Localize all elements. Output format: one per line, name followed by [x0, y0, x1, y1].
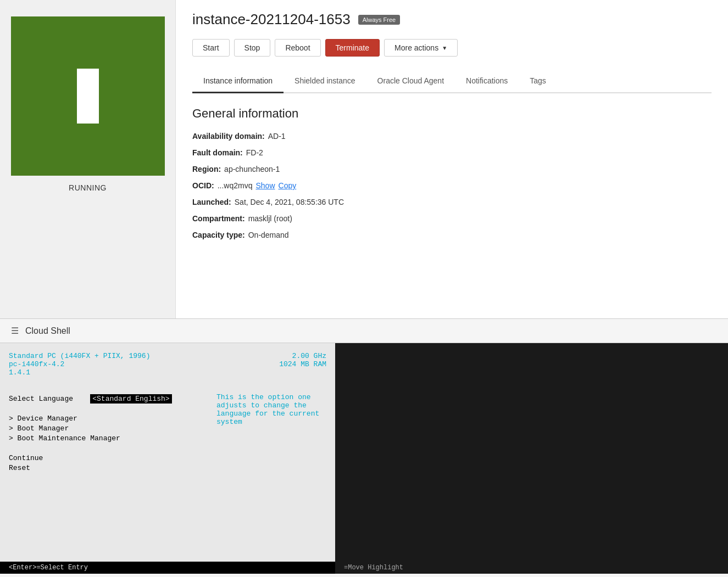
- terminal-left[interactable]: Standard PC (i440FX + PIIX, 1996) pc-i44…: [0, 343, 335, 574]
- availability-domain-label: Availability domain:: [192, 132, 265, 141]
- info-table: Availability domain: AD-1 Fault domain: …: [192, 132, 712, 239]
- terminal-footer-right: =Move Highlight: [344, 564, 403, 572]
- boot-maintenance-item: > Boot Maintenance Manager: [9, 434, 205, 442]
- chevron-down-icon: ▼: [442, 45, 447, 51]
- terminal-description: This is the option one adjusts to change…: [216, 393, 326, 474]
- tab-notifications[interactable]: Notifications: [455, 70, 519, 93]
- info-row-ocid: OCID: ...wq2mvq Show Copy: [192, 181, 712, 190]
- fault-domain-label: Fault domain:: [192, 148, 243, 157]
- more-actions-button[interactable]: More actions ▼: [384, 39, 458, 57]
- terminal-right: =Move Highlight: [335, 343, 728, 574]
- left-panel: RUNNING: [0, 0, 176, 318]
- hamburger-icon[interactable]: ☰: [11, 326, 19, 336]
- launched-label: Launched:: [192, 198, 231, 206]
- terminal-speed: 2.00 GHz: [279, 352, 326, 360]
- info-row-launched: Launched: Sat, Dec 4, 2021, 08:55:36 UTC: [192, 198, 712, 206]
- region-value: ap-chuncheon-1: [224, 165, 280, 173]
- terminal-top-left: Standard PC (i440FX + PIIX, 1996) pc-i44…: [9, 352, 150, 377]
- fault-domain-value: FD-2: [246, 148, 263, 157]
- ocid-show-link[interactable]: Show: [255, 181, 275, 190]
- tab-oracle-cloud-agent[interactable]: Oracle Cloud Agent: [366, 70, 455, 93]
- start-button[interactable]: Start: [192, 39, 230, 57]
- tab-tags[interactable]: Tags: [519, 70, 557, 93]
- compartment-label: Compartment:: [192, 214, 245, 223]
- availability-domain-value: AD-1: [268, 132, 286, 141]
- compartment-value: maskljl (root): [248, 214, 292, 223]
- terminal-menu: Select Language <Standard English> > Dev…: [9, 393, 205, 474]
- section-title: General information: [192, 107, 712, 121]
- more-actions-label: More actions: [394, 43, 438, 52]
- terminate-button[interactable]: Terminate: [325, 39, 380, 57]
- capacity-value: On-demand: [248, 231, 289, 239]
- select-language-label: Select Language: [9, 395, 73, 403]
- instance-icon: [11, 16, 165, 176]
- info-row-compartment: Compartment: maskljl (root): [192, 214, 712, 223]
- instance-icon-shape: [77, 69, 99, 124]
- boot-manager-item: > Boot Manager: [9, 424, 205, 433]
- info-row-region: Region: ap-chuncheon-1: [192, 165, 712, 173]
- stop-button[interactable]: Stop: [234, 39, 271, 57]
- launched-value: Sat, Dec 4, 2021, 08:55:36 UTC: [235, 198, 344, 206]
- ocid-value: ...wq2mvq: [218, 181, 253, 190]
- terminal-line2: pc-i440fx-4.2: [9, 360, 150, 368]
- instance-title: instance-20211204-1653: [192, 11, 351, 28]
- info-row-capacity: Capacity type: On-demand: [192, 231, 712, 239]
- reset-action: Reset: [9, 464, 205, 472]
- terminal-top-info: Standard PC (i440FX + PIIX, 1996) pc-i44…: [9, 352, 326, 377]
- select-language-row: Select Language <Standard English>: [9, 395, 205, 403]
- tab-instance-information[interactable]: Instance information: [192, 70, 284, 93]
- info-row-availability: Availability domain: AD-1: [192, 132, 712, 141]
- continue-action: Continue: [9, 454, 205, 462]
- ocid-copy-link[interactable]: Copy: [279, 181, 297, 190]
- region-label: Region:: [192, 165, 221, 173]
- tabs-container: Instance information Shielded instance O…: [192, 70, 712, 93]
- action-buttons: Start Stop Reboot Terminate More actions…: [192, 39, 712, 57]
- device-manager-item: > Device Manager: [9, 414, 205, 423]
- terminal-line3: 1.4.1: [9, 368, 150, 377]
- reboot-button[interactable]: Reboot: [275, 39, 320, 57]
- selected-option: <Standard English>: [90, 394, 171, 404]
- ocid-label: OCID:: [192, 181, 214, 190]
- terminal-bottom-bar: <Enter>=Select Entry: [0, 562, 335, 574]
- cloud-shell-label: Cloud Shell: [25, 326, 70, 336]
- terminal-content: Select Language <Standard English> > Dev…: [9, 393, 326, 474]
- capacity-label: Capacity type:: [192, 231, 245, 239]
- tab-shielded-instance[interactable]: Shielded instance: [284, 70, 366, 93]
- terminal-top-right: 2.00 GHz 1024 MB RAM: [279, 352, 326, 377]
- instance-title-row: instance-20211204-1653 Always Free: [192, 11, 712, 28]
- terminal-ram: 1024 MB RAM: [279, 360, 326, 368]
- status-label: RUNNING: [69, 183, 107, 192]
- info-row-fault: Fault domain: FD-2: [192, 148, 712, 157]
- cloud-shell-header: ☰ Cloud Shell: [0, 318, 728, 343]
- terminal-section: Standard PC (i440FX + PIIX, 1996) pc-i44…: [0, 343, 728, 574]
- right-panel: instance-20211204-1653 Always Free Start…: [176, 0, 728, 318]
- always-free-badge: Always Free: [358, 15, 401, 25]
- terminal-footer-left: <Enter>=Select Entry: [9, 564, 88, 572]
- terminal-line1: Standard PC (i440FX + PIIX, 1996): [9, 352, 150, 360]
- terminal-desc-text: This is the option one adjusts to change…: [216, 393, 326, 426]
